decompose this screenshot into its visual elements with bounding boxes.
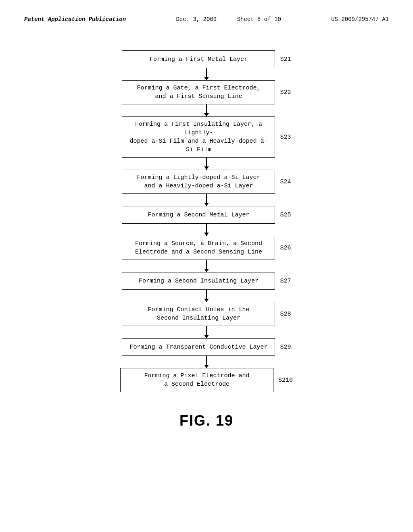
flow-box-s22: Forming a Gate, a First Electrode,and a …	[122, 80, 275, 104]
flow-row-s28: Forming Contact Holes in theSecond Insul…	[106, 302, 307, 326]
step-label-s29: S29	[280, 344, 291, 351]
flow-box-s28: Forming Contact Holes in theSecond Insul…	[122, 302, 275, 326]
flow-box-s29: Forming a Transparent Conductive Layer	[122, 338, 275, 356]
arrow-down-6	[206, 260, 207, 272]
header-date: Dec. 3, 2009 Sheet 8 of 10	[176, 16, 281, 23]
header-patent-number: US 2009/295747 A1	[331, 16, 389, 23]
step-label-s28: S28	[280, 311, 291, 318]
flow-row-s21: Forming a First Metal LayerS21	[106, 50, 307, 68]
arrow-down-7	[206, 290, 207, 302]
page: Patent Application Publication Dec. 3, 2…	[0, 0, 413, 532]
header: Patent Application Publication Dec. 3, 2…	[24, 16, 389, 26]
flow-row-s210: Forming a Pixel Electrode anda Second El…	[106, 368, 307, 392]
step-label-s25: S25	[280, 212, 291, 218]
arrow-down-1	[206, 68, 207, 80]
step-label-s22: S22	[280, 89, 291, 96]
step-label-s27: S27	[280, 278, 291, 285]
diagram-container: Forming a First Metal LayerS21Forming a …	[24, 50, 389, 429]
flow-box-s25: Forming a Second Metal Layer	[122, 206, 275, 224]
flow-box-s23: Forming a First Insulating Layer, a Ligh…	[122, 116, 275, 158]
flow-box-s26: Forming a Source, a Drain, a SecondElect…	[122, 236, 275, 260]
flow-row-s26: Forming a Source, a Drain, a SecondElect…	[106, 236, 307, 260]
arrow-down-5	[206, 224, 207, 236]
step-label-s23: S23	[280, 134, 291, 141]
arrow-down-4	[206, 194, 207, 206]
flow-row-s23: Forming a First Insulating Layer, a Ligh…	[106, 116, 307, 158]
flow-box-s210: Forming a Pixel Electrode anda Second El…	[120, 368, 273, 392]
flow-row-s27: Forming a Second Insulating LayerS27	[106, 272, 307, 290]
arrow-down-3	[206, 158, 207, 170]
figure-caption: FIG. 19	[179, 412, 234, 429]
step-label-s24: S24	[280, 179, 291, 185]
flow-row-s22: Forming a Gate, a First Electrode,and a …	[106, 80, 307, 104]
flow-row-s24: Forming a Lightly-doped a-Si Layerand a …	[106, 170, 307, 194]
header-publication-label: Patent Application Publication	[24, 16, 126, 23]
step-label-s26: S26	[280, 245, 291, 251]
arrow-down-9	[206, 356, 207, 368]
flowchart: Forming a First Metal LayerS21Forming a …	[106, 50, 307, 392]
arrow-down-8	[206, 326, 207, 338]
flow-box-s21: Forming a First Metal Layer	[122, 50, 275, 68]
step-label-s21: S21	[280, 56, 291, 63]
flow-row-s29: Forming a Transparent Conductive LayerS2…	[106, 338, 307, 356]
flow-box-s24: Forming a Lightly-doped a-Si Layerand a …	[122, 170, 275, 194]
step-label-s210: S210	[278, 377, 293, 384]
arrow-down-2	[206, 104, 207, 116]
flow-row-s25: Forming a Second Metal LayerS25	[106, 206, 307, 224]
flow-box-s27: Forming a Second Insulating Layer	[122, 272, 275, 290]
